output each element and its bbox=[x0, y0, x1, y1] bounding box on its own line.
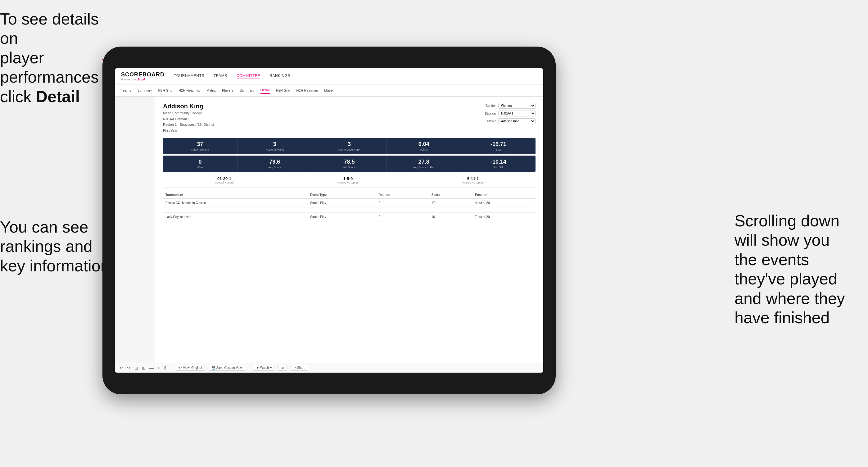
record-overall: 91-20-1 Overall Record bbox=[215, 176, 234, 184]
stat-label-avg-score-to-par: Avg Score to Par bbox=[389, 166, 459, 169]
nav-committee[interactable]: COMMITTEE bbox=[237, 73, 260, 79]
stat-avg-sg: -10.14 Avg SG bbox=[461, 156, 535, 172]
division-select[interactable]: NJCAA I NJCAA II bbox=[498, 111, 535, 117]
record-label-top50: Record vs top 50 bbox=[463, 181, 484, 184]
zoom-fit-icon[interactable]: ⊡ bbox=[134, 366, 138, 370]
cell-score-3: 16 bbox=[429, 213, 472, 221]
stat-value-sos: -19.71 bbox=[463, 141, 534, 148]
stat-avg-score: 79.6 Avg Score bbox=[238, 156, 312, 172]
view-original-button[interactable]: 👁 View: Original bbox=[176, 365, 205, 371]
player-select[interactable]: Addison King bbox=[498, 118, 535, 124]
player-control: Player Addison King bbox=[479, 118, 535, 124]
record-row: 91-20-1 Overall Record 1-5-0 Record vs t… bbox=[163, 173, 535, 188]
zoom-icon[interactable]: ⊞ bbox=[142, 366, 146, 370]
stats-row-2: 0 Wins 79.6 Avg Score 78.5 Adj Score 27.… bbox=[163, 156, 535, 172]
stat-value-national-rank: 37 bbox=[165, 141, 235, 148]
separator-1 bbox=[172, 366, 172, 370]
player-region: Region 1 - Southwest (18) District bbox=[163, 122, 214, 127]
record-top50: 5-11-1 Record vs top 50 bbox=[463, 176, 484, 184]
gender-select[interactable]: Women Men bbox=[498, 103, 535, 109]
sub-nav-detail[interactable]: Detail bbox=[260, 87, 270, 94]
stat-label-wins: Wins bbox=[165, 166, 235, 169]
stat-value-conference-rank: 3 bbox=[314, 141, 384, 148]
annotation-right: Scrolling down will show you the events … bbox=[735, 211, 865, 327]
watch-button[interactable]: 👁 Watch ▾ bbox=[253, 365, 274, 371]
tablet-frame: SCOREBOARD Powered by clippd TOURNAMENTS… bbox=[102, 46, 556, 394]
bottom-toolbar: ↩ ↪ ⊡ ⊞ — + ⏱ 👁 View: Original 💾 Save Cu… bbox=[115, 363, 543, 373]
stats-row-1: 37 National Rank 3 Regional Rank 3 Confe… bbox=[163, 138, 535, 154]
cell-event-type-3: Stroke Play bbox=[308, 213, 376, 221]
sub-nav-h2h-grid2[interactable]: H2H Grid bbox=[276, 87, 290, 93]
stat-value-adj-score: 78.5 bbox=[314, 159, 384, 165]
share-button[interactable]: ↗ Share bbox=[290, 365, 308, 371]
main-content: Addison King Mesa Community College NJCA… bbox=[115, 97, 543, 363]
stat-avg-score-to-par: 27.8 Avg Score to Par bbox=[387, 156, 461, 172]
logo-area: SCOREBOARD Powered by clippd bbox=[121, 71, 164, 81]
cell-event-type-2 bbox=[308, 208, 376, 213]
watch-chevron-icon: ▾ bbox=[270, 366, 272, 370]
cell-rounds-3: 2 bbox=[376, 213, 429, 221]
plus-icon[interactable]: + bbox=[157, 366, 160, 370]
table-body: Estella CC- Mountain Classic Stroke Play… bbox=[163, 199, 535, 221]
screen-button[interactable]: 🖥 bbox=[278, 365, 287, 371]
logo-powered: Powered by clippd bbox=[121, 78, 164, 81]
save-icon: 💾 bbox=[211, 366, 215, 370]
undo-icon[interactable]: ↩ bbox=[120, 366, 123, 370]
nav-teams[interactable]: TEAMS bbox=[214, 73, 227, 79]
cell-tournament-2 bbox=[163, 208, 308, 213]
col-position: Position bbox=[472, 191, 535, 199]
nav-rankings[interactable]: RANKINGS bbox=[270, 73, 290, 79]
eye-icon: 👁 bbox=[179, 366, 182, 370]
sub-nav-summary[interactable]: Summary bbox=[137, 87, 152, 93]
redo-icon[interactable]: ↪ bbox=[127, 366, 131, 370]
clock-icon[interactable]: ⏱ bbox=[164, 366, 168, 370]
sub-nav-summary2[interactable]: Summary bbox=[240, 87, 254, 93]
cell-position-2 bbox=[472, 208, 535, 213]
player-college: Mesa Community College bbox=[163, 111, 214, 116]
save-custom-button[interactable]: 💾 Save Custom View bbox=[209, 365, 245, 371]
cell-score-2 bbox=[429, 208, 472, 213]
stat-value-avg-score: 79.6 bbox=[239, 159, 310, 165]
cell-rounds-1: 2 bbox=[376, 199, 429, 208]
division-label: Division bbox=[479, 112, 496, 115]
stat-label-avg-score: Avg Score bbox=[239, 166, 310, 169]
detail-panel: Addison King Mesa Community College NJCA… bbox=[155, 97, 543, 363]
col-event-type: Event Type bbox=[308, 191, 376, 199]
minus-icon[interactable]: — bbox=[149, 366, 154, 370]
stat-label-adj-score: Adj Score bbox=[314, 166, 384, 169]
cell-rounds-2 bbox=[376, 208, 429, 213]
sub-nav-h2h-heatmap2[interactable]: H2H Heatmap bbox=[297, 87, 318, 93]
cell-tournament-1: Estella CC- Mountain Classic bbox=[163, 199, 308, 208]
record-value-overall: 91-20-1 bbox=[215, 176, 234, 181]
nav-tournaments[interactable]: TOURNAMENTS bbox=[174, 73, 204, 79]
nav-items: TOURNAMENTS TEAMS COMMITTEE RANKINGS bbox=[174, 73, 537, 79]
stat-points: 6.04 Points bbox=[387, 138, 461, 154]
sub-nav-matrix[interactable]: Matrix bbox=[207, 87, 216, 93]
cell-event-type-1: Stroke Play bbox=[308, 199, 376, 208]
sub-nav-players[interactable]: Players bbox=[222, 87, 234, 93]
player-name: Addison King bbox=[163, 103, 214, 110]
record-label-top25: Record vs top 25 bbox=[337, 181, 359, 184]
col-tournament: Tournament bbox=[163, 191, 308, 199]
stat-label-points: Points bbox=[389, 148, 459, 151]
separator-2 bbox=[249, 366, 249, 370]
record-value-top25: 1-5-0 bbox=[337, 176, 359, 181]
stat-value-wins: 0 bbox=[165, 159, 235, 165]
gender-label: Gender bbox=[479, 104, 496, 107]
col-rounds: Rounds bbox=[376, 191, 429, 199]
screen-icon: 🖥 bbox=[281, 366, 284, 370]
player-year: First Year bbox=[163, 128, 214, 133]
sub-nav-teams[interactable]: Teams bbox=[121, 87, 131, 93]
annotation-top-left: To see details on player performances cl… bbox=[0, 9, 105, 106]
sub-nav-matrix2[interactable]: Matrix bbox=[324, 87, 333, 93]
cell-tournament-3: Lady Coyote Invite bbox=[163, 213, 308, 221]
sub-nav-h2h-heatmap[interactable]: H2H Heatmap bbox=[179, 87, 200, 93]
share-icon: ↗ bbox=[293, 366, 296, 370]
player-division: NJCAA Division 1 bbox=[163, 117, 214, 122]
sub-nav-h2h-grid[interactable]: H2H Grid bbox=[158, 87, 172, 93]
tablet-screen: SCOREBOARD Powered by clippd TOURNAMENTS… bbox=[115, 68, 543, 373]
tournaments-table: Tournament Event Type Rounds Score Posit… bbox=[163, 191, 535, 221]
stat-value-avg-score-to-par: 27.8 bbox=[389, 159, 459, 165]
table-row: Estella CC- Mountain Classic Stroke Play… bbox=[163, 199, 535, 208]
logo-scoreboard: SCOREBOARD bbox=[121, 71, 164, 78]
